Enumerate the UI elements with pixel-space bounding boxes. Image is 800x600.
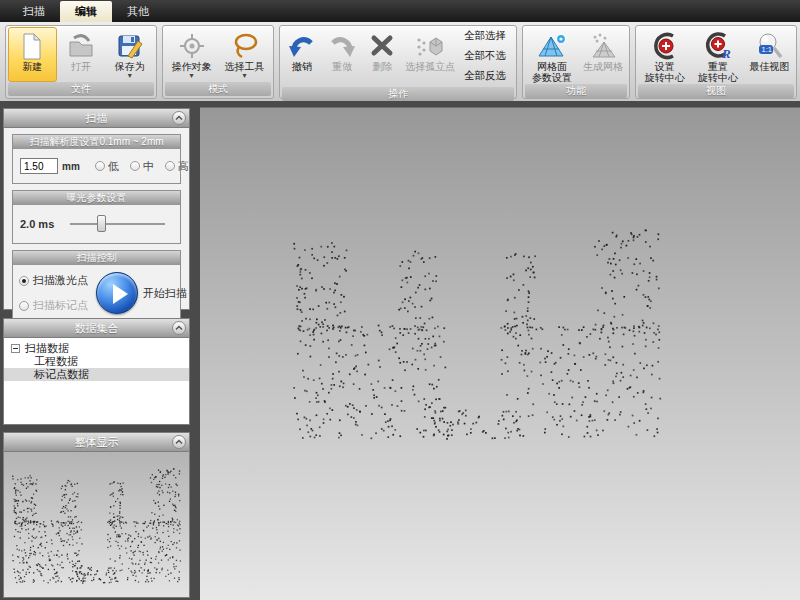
best-view-button[interactable]: 1:1 最佳视图: [745, 27, 794, 84]
scan-laser-option[interactable]: 扫描激光点: [19, 273, 88, 288]
resolution-unit: mm: [62, 161, 80, 172]
svg-text:1:1: 1:1: [762, 45, 772, 54]
play-icon: [113, 284, 128, 304]
resolution-mid-option[interactable]: 中: [130, 159, 154, 174]
radio-checked-icon: [19, 276, 29, 286]
resolution-group: 扫描解析度设置0.1mm ~ 2mm mm 低 中: [12, 134, 181, 184]
resolution-low-option[interactable]: 低: [95, 159, 119, 174]
select-isolated-button[interactable]: 选择孤立点: [403, 27, 458, 87]
exposure-group: 曝光参数设置 2.0 ms: [12, 190, 181, 244]
select-all-button[interactable]: 全部选择: [464, 29, 506, 43]
resolution-high-option[interactable]: 高: [165, 159, 189, 174]
radio-icon: [19, 301, 29, 311]
radio-icon: [165, 161, 175, 171]
display-panel-header[interactable]: 整体显示: [3, 432, 190, 452]
select-commands: 全部选择 全部不选 全部反选: [458, 27, 514, 87]
select-none-button[interactable]: 全部不选: [464, 49, 506, 63]
undo-icon: [288, 31, 316, 61]
redo-icon: [328, 31, 356, 61]
group-label-view: 视图: [638, 84, 794, 98]
scan-panel-header[interactable]: 扫描: [3, 108, 190, 128]
group-label-file: 文件: [8, 82, 154, 96]
tab-other[interactable]: 其他: [112, 0, 164, 22]
dropdown-caret: ▾: [189, 72, 193, 79]
dropdown-caret: ▾: [242, 72, 246, 79]
ribbon-tab-bar: 扫描 编辑 其他: [0, 0, 800, 22]
ribbon-group-mode: 操作对象 ▾ 选择工具 ▾ 模式: [162, 25, 274, 99]
data-panel-title: 数据集合: [75, 321, 119, 336]
scan-control-group: 扫描控制 扫描激光点 扫描标记点: [12, 250, 181, 322]
save-as-button[interactable]: 保存为 ▾: [105, 27, 154, 82]
ribbon-group-file: 新建 打开 保存为 ▾ 文件: [5, 25, 157, 99]
data-panel-header[interactable]: 数据集合: [3, 318, 190, 338]
tree-node-project-data[interactable]: 工程数据: [4, 355, 189, 368]
exposure-slider[interactable]: [70, 223, 165, 225]
exposure-value: 2.0 ms: [20, 218, 54, 230]
delete-x-icon: [369, 31, 395, 61]
ribbon: 新建 打开 保存为 ▾ 文件: [0, 22, 800, 101]
group-label-mode: 模式: [165, 82, 271, 96]
generate-mesh-button[interactable]: 生成网格: [579, 27, 627, 84]
tree-expander-icon[interactable]: [11, 344, 20, 353]
undo-button[interactable]: 撤销: [282, 27, 322, 87]
set-rotation-center-button[interactable]: 设置 旋转中心: [638, 27, 691, 84]
start-scan-label: 开始扫描: [143, 286, 187, 301]
ribbon-group-view: 设置 旋转中心 R 重置 旋转中心 1:1 最佳视图 视图: [635, 25, 797, 99]
minimap-point-cloud: [4, 452, 189, 596]
mesh-settings-icon: [537, 31, 567, 61]
delete-button[interactable]: 删除: [362, 27, 402, 87]
scan-control-title: 扫描控制: [13, 251, 180, 265]
generate-mesh-icon: [588, 31, 618, 61]
lasso-icon: [230, 31, 260, 61]
group-label-ops: 操作: [282, 87, 514, 101]
best-view-magnifier-icon: 1:1: [755, 31, 783, 61]
display-panel-title: 整体显示: [75, 435, 119, 450]
redo-button[interactable]: 重做: [322, 27, 362, 87]
new-file-icon: [19, 31, 45, 61]
new-button[interactable]: 新建: [8, 27, 57, 82]
group-label-func: 功能: [525, 84, 627, 98]
tab-edit[interactable]: 编辑: [60, 1, 112, 22]
mesh-params-button[interactable]: 网格面 参数设置: [525, 27, 579, 84]
resolution-group-title: 扫描解析度设置0.1mm ~ 2mm: [13, 135, 180, 149]
target-icon: [177, 31, 207, 61]
set-rotation-center-icon: [650, 31, 680, 61]
tab-scan[interactable]: 扫描: [8, 0, 60, 22]
collapse-chevron-icon[interactable]: [172, 435, 186, 449]
radio-icon: [95, 161, 105, 171]
exposure-group-title: 曝光参数设置: [13, 191, 180, 205]
viewport-3d[interactable]: [200, 107, 800, 600]
tree-node-scan-data[interactable]: 扫描数据: [4, 342, 189, 355]
open-button[interactable]: 打开: [57, 27, 106, 82]
exposure-slider-thumb[interactable]: [97, 215, 106, 232]
overall-display-minimap[interactable]: [3, 452, 190, 598]
data-tree: 扫描数据 工程数据 标记点数据: [4, 338, 189, 381]
ribbon-group-func: 网格面 参数设置 生成网格 功能: [522, 25, 630, 99]
scan-panel-body: 扫描解析度设置0.1mm ~ 2mm mm 低 中: [3, 128, 190, 310]
collapse-chevron-icon[interactable]: [172, 111, 186, 125]
scan-marker-option[interactable]: 扫描标记点: [19, 298, 88, 313]
application-window: 扫描 编辑 其他 新建 打开: [0, 0, 800, 600]
tree-node-marker-data[interactable]: 标记点数据: [4, 368, 189, 381]
display-panel-body: [3, 452, 190, 598]
data-panel-body: 扫描数据 工程数据 标记点数据: [3, 338, 190, 425]
reset-rotation-center-icon: R: [703, 31, 733, 61]
operate-object-button[interactable]: 操作对象 ▾: [165, 27, 218, 82]
scan-panel-title: 扫描: [86, 111, 108, 126]
radio-icon: [130, 161, 140, 171]
start-scan-play-button[interactable]: [96, 272, 138, 314]
save-floppy-icon: [117, 31, 143, 61]
reset-rotation-center-button[interactable]: R 重置 旋转中心: [691, 27, 744, 84]
isolated-points-cube-icon: [415, 31, 445, 61]
resolution-input[interactable]: [20, 158, 58, 174]
collapse-chevron-icon[interactable]: [172, 321, 186, 335]
svg-text:R: R: [721, 46, 731, 60]
ribbon-group-ops: 撤销 重做 删除 选择: [279, 25, 517, 99]
select-tool-button[interactable]: 选择工具 ▾: [218, 27, 271, 82]
point-cloud-canvas[interactable]: [200, 108, 800, 600]
open-folder-icon: [67, 31, 95, 61]
sidebar: 扫描 扫描解析度设置0.1mm ~ 2mm mm 低: [0, 107, 200, 600]
dropdown-caret: ▾: [128, 72, 132, 79]
select-invert-button[interactable]: 全部反选: [464, 69, 506, 83]
